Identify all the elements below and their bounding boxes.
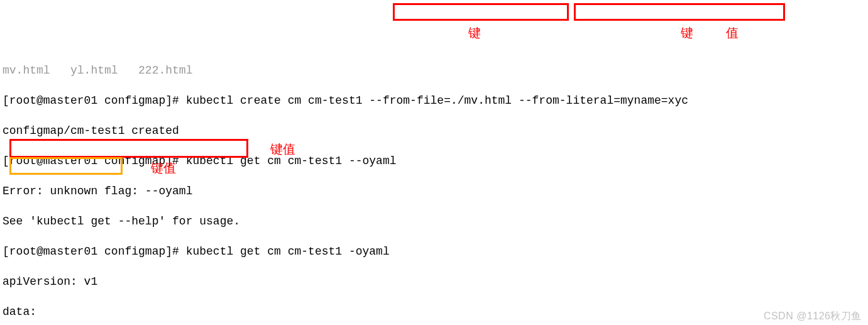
terminal-line: [root@master01 configmap]# kubectl get c… (3, 153, 868, 168)
shell-prompt: [root@master01 configmap]# (3, 245, 186, 258)
highlight-from-file (393, 3, 569, 21)
cmd-text: kubectl get cm cm-test1 --oyaml (186, 155, 397, 167)
highlight-from-literal (574, 3, 785, 21)
terminal-line: Error: unknown flag: --oyaml (3, 184, 868, 199)
terminal-line: [root@master01 configmap]# kubectl creat… (3, 93, 868, 108)
terminal-line: apiVersion: v1 (3, 274, 868, 289)
arg-from-file: --from-file=./mv.html (369, 94, 512, 107)
arg-from-literal: --from-literal=myname=xyc (519, 94, 688, 107)
terminal-line: See 'kubectl get --help' for usage. (3, 214, 868, 229)
space (512, 94, 519, 107)
shell-prompt: [root@master01 configmap]# (3, 155, 186, 167)
shell-prompt: [root@master01 configmap]# (3, 94, 186, 107)
cmd-text: kubectl create cm cm-test1 (186, 94, 370, 107)
terminal-line: data: (3, 304, 868, 319)
annotation-value: 值 (726, 25, 739, 40)
terminal-line: configmap/cm-test1 created (3, 123, 868, 138)
annotation-key: 键 (468, 25, 481, 40)
annotation-key: 键 (681, 25, 693, 40)
terminal-line: mv.html yl.html 222.html (3, 63, 868, 78)
terminal-line: [root@master01 configmap]# kubectl get c… (3, 244, 868, 259)
cmd-text: kubectl get cm cm-test1 -oyaml (186, 245, 390, 258)
